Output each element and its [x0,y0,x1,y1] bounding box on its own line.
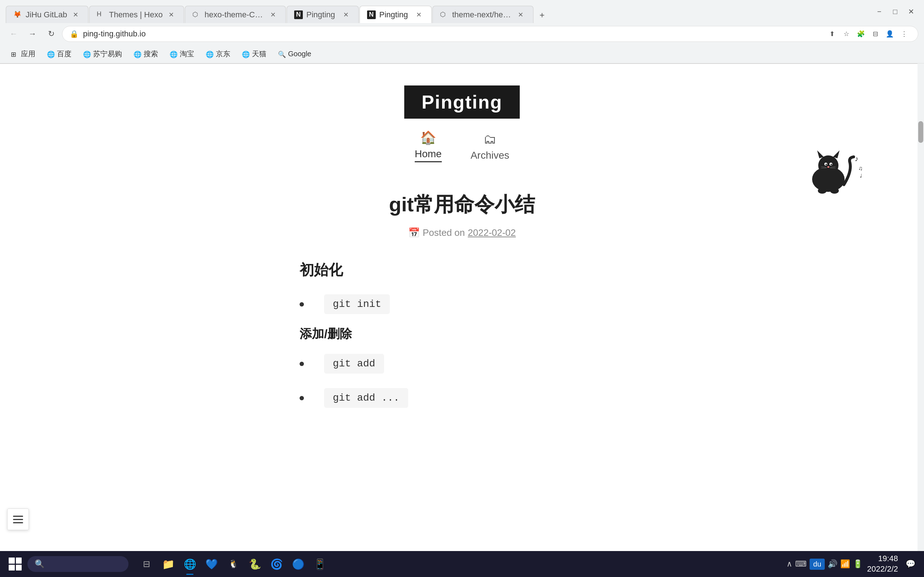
win-cell-3 [9,565,15,571]
taskbar-app-taskview[interactable]: ⊟ [137,554,156,574]
clock-date: 2022/2/2 [867,564,898,574]
nav-archives[interactable]: 🗂 Archives [471,132,509,161]
volume-icon[interactable]: 🔊 [828,559,837,569]
tab-close-2[interactable]: ✕ [166,10,176,20]
tab-themes-hexo[interactable]: H Themes | Hexo ✕ [89,6,184,23]
tab-favicon-2: H [97,10,105,19]
split-button[interactable]: ⊟ [869,27,882,40]
code-git-add: git add [324,354,384,374]
keyboard-icon[interactable]: ⌨ [795,559,807,569]
svg-text:♪: ♪ [855,155,858,163]
taskbar-clock[interactable]: 19:48 2022/2/2 [867,554,898,574]
menu-button[interactable]: ⋮ [898,27,911,40]
extensions-button[interactable]: 🧩 [855,27,867,40]
taskbar-app-wechat[interactable]: 🐍 [246,554,264,574]
tab-favicon-5: N [367,10,376,19]
bookmark-baidu-label: 百度 [57,49,71,59]
code-git-init: git init [324,294,390,314]
bookmark-apps[interactable]: ⊞ 应用 [6,47,40,61]
tab-theme-next[interactable]: ⬡ theme-next/hexo... ✕ [432,6,533,23]
bookmark-button[interactable]: ☆ [840,27,853,40]
maximize-button[interactable]: □ [888,4,902,19]
tab-title-5: Pingting [380,10,410,19]
jd-icon: 🌐 [206,50,213,58]
tab-favicon-4: N [294,10,303,19]
reload-button[interactable]: ↻ [43,26,59,42]
bullet-dot-3 [300,396,304,400]
win-cell-4 [16,565,22,571]
tab-close-3[interactable]: ✕ [268,10,278,20]
tab-pingting-2[interactable]: N Pingting ✕ [360,6,432,23]
new-tab-button[interactable]: + [534,7,550,23]
title-bar: 🦊 JiHu GitLab ✕ H Themes | Hexo ✕ ⬡ hexo… [0,0,924,23]
taskbar-search[interactable]: 🔍 [27,556,129,572]
suning-icon: 🌐 [83,50,90,58]
bookmark-taobao[interactable]: 🌐 淘宝 [165,47,199,61]
bookmarks-bar: ⊞ 应用 🌐 百度 🌐 苏宁易购 🌐 搜索 🌐 淘宝 🌐 京东 🌐 天猫 🔍 [0,45,924,63]
svg-text:♫: ♫ [858,165,863,171]
bookmark-suning-label: 苏宁易购 [93,49,122,59]
battery-icon[interactable]: 🔋 [853,559,863,569]
bookmark-tianmao[interactable]: 🌐 天猫 [237,47,271,61]
post-date[interactable]: 2022-02-02 [468,227,516,239]
win-cell-1 [9,558,15,564]
site-logo[interactable]: Pingting [404,85,520,119]
google-icon: 🔍 [278,50,285,58]
taskbar-app-edge[interactable]: 🌀 [267,554,286,574]
notification-button[interactable]: 💬 [902,556,918,572]
bookmark-search[interactable]: 🌐 搜索 [129,47,163,61]
start-button[interactable] [6,554,24,574]
tab-pingting-1[interactable]: N Pingting ✕ [287,6,359,23]
bookmark-jd[interactable]: 🌐 京东 [201,47,235,61]
taskbar-app-file-explorer[interactable]: 📁 [159,554,178,574]
baidu-icon: 🌐 [47,50,54,58]
archives-icon: 🗂 [483,132,496,147]
bookmark-google[interactable]: 🔍 Google [273,48,317,60]
tab-close-4[interactable]: ✕ [341,10,351,20]
lock-icon: 🔒 [69,29,79,38]
taskbar-pinned-apps: ⊟ 📁 🌐 💙 🐧 🐍 🌀 🔵 📱 [137,554,329,574]
nav-archives-label: Archives [471,150,509,161]
input-method-label: du [813,560,821,568]
bookmark-suning[interactable]: 🌐 苏宁易购 [78,47,127,61]
taskbar-app-vscode[interactable]: 💙 [202,554,221,574]
scrollbar-thumb[interactable] [918,121,923,143]
close-button[interactable]: ✕ [904,4,918,19]
bullet-dot [300,302,304,306]
site-nav: 🏠 Home 🗂 Archives [415,130,509,162]
win-cell-2 [16,558,22,564]
post-title: git常用命令小结 [300,191,624,219]
taskbar-right: ∧ ⌨ du 🔊 📶 🔋 19:48 2022/2/2 💬 [787,554,918,574]
scrollbar-track[interactable] [918,63,924,551]
taskbar-app-6[interactable]: 🔵 [289,554,307,574]
share-button[interactable]: ⬆ [825,27,838,40]
tab-hexo-chic[interactable]: ⬡ hexo-theme-Chic... ✕ [185,6,286,23]
nav-home[interactable]: 🏠 Home [415,130,442,162]
calendar-icon: 📅 [408,227,420,239]
sidebar-toggle-button[interactable] [7,508,29,530]
tab-close-6[interactable]: ✕ [516,10,526,20]
input-method-badge[interactable]: du [809,559,825,570]
bookmark-baidu[interactable]: 🌐 百度 [42,47,76,61]
taskbar-app-chrome[interactable]: 🌐 [181,554,199,574]
address-bar[interactable]: 🔒 ping-ting.github.io ⬆ ☆ 🧩 ⊟ 👤 ⋮ [62,26,918,42]
profile-button[interactable]: 👤 [883,27,896,40]
taskbar-app-terminal[interactable]: 🐧 [224,554,242,574]
taskbar-start: 🔍 [6,554,129,574]
minimize-button[interactable]: − [872,4,887,19]
address-bar-row: ← → ↻ 🔒 ping-ting.github.io ⬆ ☆ 🧩 ⊟ 👤 ⋮ [0,23,924,45]
tab-close-1[interactable]: ✕ [71,10,81,20]
svg-point-7 [830,164,832,165]
tab-jihu-gitlab[interactable]: 🦊 JiHu GitLab ✕ [6,6,89,23]
window-controls-area: − □ ✕ [872,4,918,19]
tab-close-5[interactable]: ✕ [414,10,424,20]
hamburger-line-1 [13,516,23,517]
forward-button[interactable]: → [24,26,40,42]
tab-title-2: Themes | Hexo [109,10,163,19]
back-button[interactable]: ← [6,26,22,42]
taskbar-app-7[interactable]: 📱 [310,554,329,574]
svg-point-1 [818,155,838,176]
tray-expand-icon[interactable]: ∧ [787,559,792,569]
taobao-icon: 🌐 [170,50,177,58]
network-icon[interactable]: 📶 [840,559,850,569]
